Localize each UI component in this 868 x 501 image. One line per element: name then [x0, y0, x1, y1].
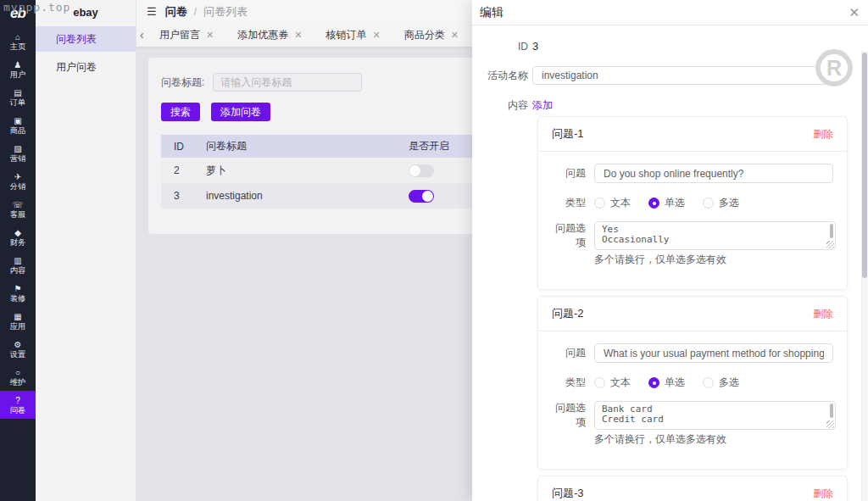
type-radio-单选[interactable]: 单选: [648, 196, 685, 210]
sidebar-item-客服[interactable]: ☏客服: [0, 195, 36, 223]
registered-trademark-watermark: R: [815, 49, 853, 86]
tab-用户留言[interactable]: 用户留言✕: [159, 28, 214, 42]
type-label: 类型: [547, 196, 586, 210]
hamburger-icon[interactable]: ☰: [147, 5, 157, 18]
question-label: 问题: [547, 166, 586, 181]
sidebar-item-label: 订单: [10, 97, 25, 106]
sidebar-item-主页[interactable]: ⌂主页: [0, 27, 36, 55]
apps-icon: ▦: [14, 312, 21, 321]
id-value: 3: [532, 40, 538, 53]
radio-label: 单选: [665, 196, 685, 210]
type-radio-文本[interactable]: 文本: [594, 376, 631, 390]
sidebar-item-label: 设置: [10, 349, 25, 358]
add-questionnaire-button[interactable]: 添加问卷: [211, 103, 270, 121]
sidebar-item-分销[interactable]: ✈分销: [0, 167, 36, 195]
question-type-row: 类型文本单选多选: [538, 195, 847, 210]
tab-close-icon[interactable]: ✕: [206, 30, 214, 41]
search-button[interactable]: 搜索: [161, 103, 200, 121]
cell-id: 3: [161, 183, 206, 209]
sidebar-item-订单[interactable]: ▤订单: [0, 83, 36, 111]
sidebar-item-label: 分销: [10, 181, 25, 190]
title-search-input[interactable]: [213, 73, 362, 92]
distribution-icon: ✈: [14, 172, 21, 181]
settings-icon: ⚙: [14, 340, 22, 349]
sidebar-item-营销[interactable]: ▨营销: [0, 139, 36, 167]
tab-label: 商品分类: [404, 28, 445, 42]
icon-sidebar: eb ⌂主页♟用户▤订单▣商品▨营销✈分销☏客服◆财务▥内容⚑装修▦应用⚙设置○…: [0, 0, 36, 501]
tab-添加优惠券[interactable]: 添加优惠券✕: [237, 28, 302, 42]
sidebar-item-装修[interactable]: ⚑装修: [0, 279, 36, 307]
question-card-body: 问题类型文本单选多选问题选项Yes Occasionally多个请换行，仅单选多…: [538, 164, 847, 289]
sidebar-item-维护[interactable]: ○维护: [0, 363, 36, 391]
sidebar-item-应用[interactable]: ▦应用: [0, 307, 36, 335]
drawer-scrollbar[interactable]: [861, 51, 868, 501]
tab-核销订单[interactable]: 核销订单✕: [326, 28, 380, 42]
page-watermark: myppp.top: [3, 1, 70, 14]
sidebar-nav: ⌂主页♟用户▤订单▣商品▨营销✈分销☏客服◆财务▥内容⚑装修▦应用⚙设置○维护?…: [0, 27, 36, 419]
col-title: 问卷标题: [206, 135, 409, 158]
sidebar-item-设置[interactable]: ⚙设置: [0, 335, 36, 363]
add-question-link[interactable]: 添加: [532, 98, 553, 113]
tab-close-icon[interactable]: ✕: [372, 30, 380, 41]
tab-close-icon[interactable]: ✕: [451, 30, 459, 41]
breadcrumb-main[interactable]: 问卷: [165, 4, 187, 19]
sidebar-item-商品[interactable]: ▣商品: [0, 111, 36, 139]
enabled-toggle[interactable]: [409, 190, 434, 203]
activity-name-input[interactable]: [532, 66, 838, 85]
drawer-scrollbar-thumb[interactable]: [862, 53, 867, 278]
enabled-toggle[interactable]: [409, 164, 434, 177]
activity-name-label: 活动名称: [472, 69, 532, 83]
tab-close-icon[interactable]: ✕: [294, 30, 302, 41]
textarea-resize-handle-icon[interactable]: [826, 241, 834, 248]
order-icon: ▤: [14, 88, 21, 97]
sidebar-item-label: 营销: [10, 153, 25, 162]
options-textarea[interactable]: Bank card Credit card: [594, 401, 836, 430]
type-radio-group: 文本单选多选: [594, 196, 739, 210]
question-type-row: 类型文本单选多选: [538, 375, 847, 390]
options-textarea[interactable]: Yes Occasionally: [594, 221, 836, 250]
type-radio-单选[interactable]: 单选: [648, 376, 685, 390]
question-card-header: 问题-1删除: [538, 117, 847, 152]
decoration-icon: ⚑: [14, 284, 22, 293]
question-text-row: 问题: [538, 164, 847, 183]
drawer-title: 编辑: [480, 5, 504, 20]
delete-question-link[interactable]: 删除: [813, 127, 833, 142]
sidebar-item-内容[interactable]: ▥内容: [0, 251, 36, 279]
home-icon: ⌂: [15, 32, 20, 42]
textarea-resize-handle-icon[interactable]: [826, 420, 834, 428]
sidebar-item-label: 问卷: [10, 405, 25, 414]
delete-question-link[interactable]: 删除: [813, 307, 833, 321]
app-root: myppp.top eb ⌂主页♟用户▤订单▣商品▨营销✈分销☏客服◆财务▥内容…: [0, 0, 868, 501]
type-radio-group: 文本单选多选: [594, 376, 739, 390]
content-label: 内容: [472, 98, 532, 113]
toggle-knob: [409, 165, 420, 176]
submenu-sidebar: ebay 问卷列表用户问卷: [36, 0, 136, 501]
type-radio-文本[interactable]: 文本: [594, 196, 631, 210]
question-input[interactable]: [594, 164, 833, 183]
sidebar-item-财务[interactable]: ◆财务: [0, 223, 36, 251]
delete-question-link[interactable]: 删除: [813, 487, 833, 501]
question-options-row: 问题选项Bank card Credit card: [538, 401, 847, 430]
sidebar-item-问卷[interactable]: ?问卷: [0, 391, 36, 419]
goods-icon: ▣: [14, 116, 21, 125]
sidebar-item-label: 用户: [10, 70, 25, 78]
textarea-scrollbar-thumb[interactable]: [830, 404, 833, 418]
activity-name-row: 活动名称: [472, 66, 868, 85]
breadcrumb-separator: /: [194, 6, 197, 18]
toggle-knob: [422, 191, 433, 202]
type-radio-多选[interactable]: 多选: [703, 376, 739, 390]
id-label: ID: [472, 41, 532, 53]
sidebar-item-label: 主页: [10, 42, 25, 50]
question-input[interactable]: [594, 343, 833, 363]
submenu-item-问卷列表[interactable]: 问卷列表: [36, 26, 136, 52]
type-radio-多选[interactable]: 多选: [703, 196, 739, 210]
close-icon[interactable]: ✕: [849, 6, 860, 19]
content-icon: ▥: [14, 256, 21, 265]
service-icon: ☏: [13, 200, 24, 209]
submenu-list: 问卷列表用户问卷: [36, 26, 136, 80]
tab-商品分类[interactable]: 商品分类✕: [404, 28, 459, 42]
sidebar-item-用户[interactable]: ♟用户: [0, 55, 36, 83]
submenu-item-用户问卷[interactable]: 用户问卷: [36, 54, 136, 80]
textarea-scrollbar-thumb[interactable]: [830, 224, 833, 238]
tabs-scroll-left-icon[interactable]: ‹: [140, 28, 150, 42]
